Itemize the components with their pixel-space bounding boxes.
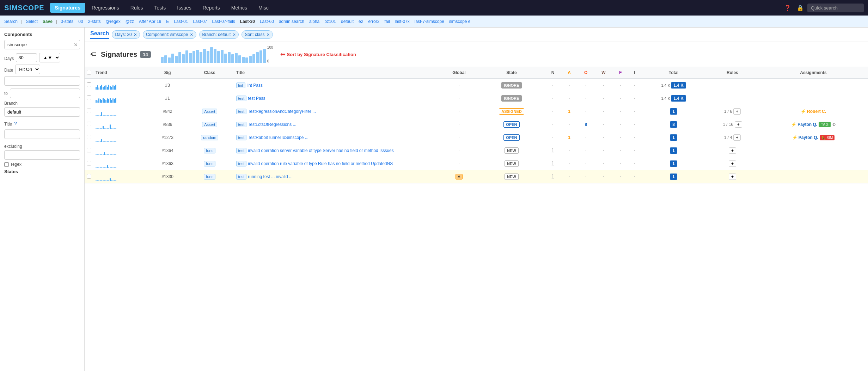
row-checkbox[interactable] [87, 83, 91, 87]
sig-cell[interactable]: #1 [149, 92, 185, 105]
title-text[interactable]: TestRabbitTunnelToSimscope ... [248, 135, 308, 140]
second-nav-adminsearch[interactable]: admin search [277, 18, 306, 25]
filter-component-close[interactable]: × [190, 32, 193, 37]
trend-bar [97, 167, 98, 168]
nav-misc[interactable]: Misc [253, 3, 274, 13]
title-text[interactable]: running test ... invalid ... [248, 174, 293, 179]
trend-bar [98, 167, 99, 168]
nav-regressions[interactable]: Regressions [87, 3, 124, 13]
second-nav-e2[interactable]: e2 [357, 18, 365, 25]
chart-bar [192, 51, 195, 63]
second-nav-fail[interactable]: fail [383, 18, 391, 25]
second-nav-2stats[interactable]: 2-stats [87, 18, 102, 25]
second-nav-00[interactable]: 00 [77, 18, 84, 25]
sort-label[interactable]: Sort by Signature Classification [287, 52, 356, 57]
title-text[interactable]: lint Pass [247, 83, 263, 88]
second-nav-simscope-e[interactable]: simscope e [448, 18, 472, 25]
filter-days-close[interactable]: × [134, 32, 137, 37]
trend-bar [98, 87, 99, 90]
date-to-input[interactable] [10, 89, 80, 98]
sig-cell[interactable]: #836 [149, 118, 185, 131]
sig-cell[interactable]: #842 [149, 105, 185, 118]
branch-input[interactable] [4, 107, 80, 117]
sig-cell[interactable]: #1273 [149, 131, 185, 144]
rules-plus-button[interactable]: + [733, 134, 741, 141]
second-nav-last07x[interactable]: last-07x [393, 18, 411, 25]
rules-plus-button[interactable]: + [729, 174, 736, 180]
global-dot: · [458, 121, 460, 127]
days-input[interactable] [16, 53, 37, 62]
excluding-input[interactable] [4, 150, 80, 160]
date-select[interactable]: Hit On [15, 65, 40, 74]
nav-issues[interactable]: Issues [172, 3, 196, 13]
title-text[interactable]: test Pass [248, 96, 265, 101]
second-nav-bz101[interactable]: bz101 [323, 18, 337, 25]
class-cell [185, 92, 234, 105]
second-nav-e[interactable]: E [165, 18, 170, 25]
second-nav-default[interactable]: default [340, 18, 355, 25]
rules-plus-button[interactable]: + [733, 108, 741, 115]
trend-bar [105, 154, 106, 155]
second-nav-last30[interactable]: Last-30 [239, 18, 256, 25]
second-nav-last07[interactable]: Last-07 [191, 18, 208, 25]
second-nav-last01[interactable]: Last-01 [172, 18, 189, 25]
rules-plus-button[interactable]: + [729, 147, 736, 154]
chart-bar [214, 49, 216, 63]
second-nav-last7simscope[interactable]: last-7-simscope [413, 18, 446, 25]
lock-icon[interactable]: 🔒 [797, 5, 804, 11]
nav-tests[interactable]: Tests [149, 3, 171, 13]
sig-cell[interactable]: #1364 [149, 144, 185, 157]
row-checkbox[interactable] [87, 161, 91, 165]
sig-cell[interactable]: #3 [149, 79, 185, 92]
second-nav-zz[interactable]: @zz [124, 18, 135, 25]
second-nav-last07fails[interactable]: Last-07-fails [210, 18, 236, 25]
row-checkbox[interactable] [87, 174, 91, 178]
quick-search-input[interactable] [807, 4, 864, 12]
row-checkbox[interactable] [87, 109, 91, 113]
select-all-checkbox[interactable] [87, 70, 91, 74]
second-nav-alpha[interactable]: alpha [308, 18, 321, 25]
sig-cell[interactable]: #1330 [149, 170, 185, 183]
row-checkbox[interactable] [87, 135, 91, 139]
row-checkbox[interactable] [87, 148, 91, 152]
date-from-input[interactable] [4, 76, 80, 86]
title-text[interactable]: invalid operation rule variable of type … [248, 161, 393, 166]
components-clear-button[interactable]: ✕ [74, 42, 78, 48]
rules-plus-button[interactable]: + [735, 121, 742, 128]
filter-sort-close[interactable]: × [267, 32, 269, 37]
title-text[interactable]: TestRegressionAndCategoryFilter ... [248, 109, 316, 114]
second-nav-after-apr[interactable]: After Apr 19 [137, 18, 163, 25]
trend-bar [112, 115, 114, 116]
rules-plus-button[interactable]: + [729, 160, 736, 167]
row-checkbox[interactable] [87, 122, 91, 126]
second-nav-last60[interactable]: Last-60 [258, 18, 275, 25]
second-nav-select[interactable]: Select [24, 18, 39, 25]
nav-reports[interactable]: Reports [198, 3, 225, 13]
assignee-name[interactable]: ⚡ Robert C. [801, 109, 826, 114]
search-tab[interactable]: Search [90, 30, 109, 39]
regex-checkbox[interactable] [4, 162, 9, 167]
days-select[interactable]: ▲▼ [39, 53, 60, 62]
second-nav-0stats[interactable]: 0-stats [59, 18, 75, 25]
title-text[interactable]: TestLotsOfRegressions ... [248, 122, 296, 127]
title-help-icon[interactable]: ? [14, 121, 17, 126]
nav-metrics[interactable]: Metrics [226, 3, 252, 13]
second-nav-search[interactable]: Search [3, 18, 19, 25]
row-checkbox[interactable] [87, 96, 91, 100]
components-input[interactable] [4, 40, 80, 49]
assignee-name[interactable]: ⚡ Payton Q. [791, 122, 817, 127]
help-icon[interactable]: ❓ [784, 5, 791, 11]
sig-cell[interactable]: #1363 [149, 157, 185, 170]
second-nav-save[interactable]: Save [41, 18, 54, 25]
second-nav-error2[interactable]: error2 [367, 18, 381, 25]
total-cell: 1 [641, 144, 706, 157]
nav-rules[interactable]: Rules [126, 3, 148, 13]
filter-branch-close[interactable]: × [233, 32, 236, 37]
title-input[interactable] [4, 129, 80, 139]
trend-bar [110, 178, 111, 181]
title-text[interactable]: invalid operation server variable of typ… [248, 148, 394, 153]
search-bar: Search Days: 30 × Component: simscope × … [85, 28, 868, 42]
assignee-name[interactable]: ⚡ Payton Q. [792, 135, 818, 140]
nav-signatures[interactable]: Signatures [50, 3, 85, 13]
second-nav-regex[interactable]: @regex [104, 18, 122, 25]
